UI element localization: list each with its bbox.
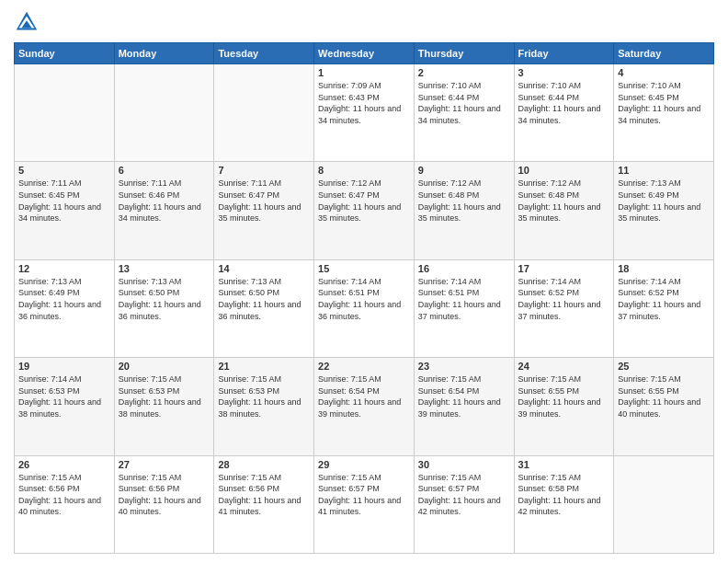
calendar-cell: 2 Sunrise: 7:10 AMSunset: 6:44 PMDayligh… bbox=[414, 64, 514, 162]
day-info: Sunrise: 7:13 AMSunset: 6:50 PMDaylight:… bbox=[119, 277, 201, 321]
calendar-header-row: SundayMondayTuesdayWednesdayThursdayFrid… bbox=[15, 43, 714, 64]
calendar-cell: 23 Sunrise: 7:15 AMSunset: 6:54 PMDaylig… bbox=[414, 358, 514, 455]
day-number: 5 bbox=[18, 165, 110, 176]
calendar-cell: 25 Sunrise: 7:15 AMSunset: 6:55 PMDaylig… bbox=[614, 358, 714, 455]
weekday-header: Sunday bbox=[15, 43, 115, 64]
day-number: 9 bbox=[418, 165, 510, 176]
calendar-week-row: 1 Sunrise: 7:09 AMSunset: 6:43 PMDayligh… bbox=[15, 64, 714, 162]
weekday-header: Tuesday bbox=[214, 43, 314, 64]
calendar-table: SundayMondayTuesdayWednesdayThursdayFrid… bbox=[14, 42, 714, 554]
calendar-cell: 4 Sunrise: 7:10 AMSunset: 6:45 PMDayligh… bbox=[614, 64, 714, 162]
weekday-header: Saturday bbox=[614, 43, 714, 64]
day-number: 14 bbox=[218, 263, 310, 274]
calendar-cell: 20 Sunrise: 7:15 AMSunset: 6:53 PMDaylig… bbox=[114, 358, 214, 455]
calendar-cell bbox=[15, 64, 115, 162]
calendar-cell: 24 Sunrise: 7:15 AMSunset: 6:55 PMDaylig… bbox=[514, 358, 614, 455]
day-info: Sunrise: 7:15 AMSunset: 6:57 PMDaylight:… bbox=[318, 473, 401, 517]
day-number: 18 bbox=[618, 263, 710, 274]
day-number: 6 bbox=[119, 165, 210, 176]
day-number: 11 bbox=[618, 165, 710, 176]
day-info: Sunrise: 7:14 AMSunset: 6:51 PMDaylight:… bbox=[318, 277, 401, 321]
day-number: 3 bbox=[518, 67, 610, 78]
weekday-header: Thursday bbox=[414, 43, 514, 64]
calendar-cell: 14 Sunrise: 7:13 AMSunset: 6:50 PMDaylig… bbox=[214, 259, 314, 357]
calendar-cell bbox=[114, 64, 214, 162]
day-number: 24 bbox=[518, 361, 610, 372]
day-info: Sunrise: 7:12 AMSunset: 6:48 PMDaylight:… bbox=[418, 178, 501, 223]
day-number: 28 bbox=[218, 459, 310, 470]
day-number: 12 bbox=[18, 263, 110, 274]
day-info: Sunrise: 7:13 AMSunset: 6:50 PMDaylight:… bbox=[218, 277, 301, 321]
calendar-cell: 13 Sunrise: 7:13 AMSunset: 6:50 PMDaylig… bbox=[114, 259, 214, 357]
day-number: 4 bbox=[618, 67, 710, 78]
weekday-header: Wednesday bbox=[314, 43, 415, 64]
day-info: Sunrise: 7:15 AMSunset: 6:56 PMDaylight:… bbox=[119, 473, 201, 517]
day-number: 20 bbox=[119, 361, 210, 372]
day-number: 25 bbox=[618, 361, 710, 372]
day-info: Sunrise: 7:12 AMSunset: 6:48 PMDaylight:… bbox=[518, 178, 601, 223]
weekday-header: Friday bbox=[514, 43, 614, 64]
calendar-cell: 17 Sunrise: 7:14 AMSunset: 6:52 PMDaylig… bbox=[514, 259, 614, 357]
day-info: Sunrise: 7:15 AMSunset: 6:54 PMDaylight:… bbox=[418, 374, 501, 419]
day-info: Sunrise: 7:11 AMSunset: 6:46 PMDaylight:… bbox=[119, 178, 201, 223]
calendar-week-row: 19 Sunrise: 7:14 AMSunset: 6:53 PMDaylig… bbox=[15, 358, 714, 455]
calendar-cell: 18 Sunrise: 7:14 AMSunset: 6:52 PMDaylig… bbox=[614, 259, 714, 357]
day-number: 8 bbox=[318, 165, 410, 176]
day-number: 19 bbox=[18, 361, 110, 372]
day-number: 26 bbox=[18, 459, 110, 470]
calendar-week-row: 5 Sunrise: 7:11 AMSunset: 6:45 PMDayligh… bbox=[15, 162, 714, 259]
calendar-cell: 31 Sunrise: 7:15 AMSunset: 6:58 PMDaylig… bbox=[514, 455, 614, 553]
day-info: Sunrise: 7:13 AMSunset: 6:49 PMDaylight:… bbox=[618, 178, 700, 223]
logo-icon bbox=[14, 9, 40, 35]
day-number: 1 bbox=[318, 67, 410, 78]
calendar-week-row: 12 Sunrise: 7:13 AMSunset: 6:49 PMDaylig… bbox=[15, 259, 714, 357]
day-number: 30 bbox=[418, 459, 510, 470]
day-number: 31 bbox=[518, 459, 610, 470]
day-info: Sunrise: 7:15 AMSunset: 6:58 PMDaylight:… bbox=[518, 473, 601, 517]
calendar-cell: 9 Sunrise: 7:12 AMSunset: 6:48 PMDayligh… bbox=[414, 162, 514, 259]
day-info: Sunrise: 7:09 AMSunset: 6:43 PMDaylight:… bbox=[318, 81, 401, 125]
calendar-cell: 1 Sunrise: 7:09 AMSunset: 6:43 PMDayligh… bbox=[314, 64, 415, 162]
calendar-cell: 21 Sunrise: 7:15 AMSunset: 6:53 PMDaylig… bbox=[214, 358, 314, 455]
day-info: Sunrise: 7:15 AMSunset: 6:54 PMDaylight:… bbox=[318, 374, 401, 419]
calendar-cell: 27 Sunrise: 7:15 AMSunset: 6:56 PMDaylig… bbox=[114, 455, 214, 553]
day-number: 23 bbox=[418, 361, 510, 372]
day-info: Sunrise: 7:10 AMSunset: 6:44 PMDaylight:… bbox=[418, 81, 501, 125]
day-number: 15 bbox=[318, 263, 410, 274]
calendar-cell: 29 Sunrise: 7:15 AMSunset: 6:57 PMDaylig… bbox=[314, 455, 415, 553]
calendar-cell: 15 Sunrise: 7:14 AMSunset: 6:51 PMDaylig… bbox=[314, 259, 415, 357]
calendar-cell: 16 Sunrise: 7:14 AMSunset: 6:51 PMDaylig… bbox=[414, 259, 514, 357]
day-number: 17 bbox=[518, 263, 610, 274]
day-number: 7 bbox=[218, 165, 310, 176]
calendar-cell bbox=[214, 64, 314, 162]
calendar-cell: 26 Sunrise: 7:15 AMSunset: 6:56 PMDaylig… bbox=[15, 455, 115, 553]
calendar-cell: 11 Sunrise: 7:13 AMSunset: 6:49 PMDaylig… bbox=[614, 162, 714, 259]
calendar-cell: 5 Sunrise: 7:11 AMSunset: 6:45 PMDayligh… bbox=[15, 162, 115, 259]
calendar-cell bbox=[614, 455, 714, 553]
day-info: Sunrise: 7:11 AMSunset: 6:45 PMDaylight:… bbox=[18, 178, 101, 223]
calendar-cell: 12 Sunrise: 7:13 AMSunset: 6:49 PMDaylig… bbox=[15, 259, 115, 357]
calendar-cell: 10 Sunrise: 7:12 AMSunset: 6:48 PMDaylig… bbox=[514, 162, 614, 259]
day-info: Sunrise: 7:15 AMSunset: 6:55 PMDaylight:… bbox=[618, 374, 700, 419]
day-number: 10 bbox=[518, 165, 610, 176]
calendar-cell: 22 Sunrise: 7:15 AMSunset: 6:54 PMDaylig… bbox=[314, 358, 415, 455]
day-info: Sunrise: 7:10 AMSunset: 6:44 PMDaylight:… bbox=[518, 81, 601, 125]
calendar-cell: 19 Sunrise: 7:14 AMSunset: 6:53 PMDaylig… bbox=[15, 358, 115, 455]
header bbox=[14, 9, 714, 35]
day-info: Sunrise: 7:11 AMSunset: 6:47 PMDaylight:… bbox=[218, 178, 301, 223]
calendar-cell: 30 Sunrise: 7:15 AMSunset: 6:57 PMDaylig… bbox=[414, 455, 514, 553]
day-number: 13 bbox=[119, 263, 210, 274]
day-info: Sunrise: 7:14 AMSunset: 6:52 PMDaylight:… bbox=[618, 277, 700, 321]
calendar-week-row: 26 Sunrise: 7:15 AMSunset: 6:56 PMDaylig… bbox=[15, 455, 714, 553]
day-info: Sunrise: 7:15 AMSunset: 6:53 PMDaylight:… bbox=[119, 374, 201, 419]
page: SundayMondayTuesdayWednesdayThursdayFrid… bbox=[0, 0, 728, 563]
day-info: Sunrise: 7:14 AMSunset: 6:52 PMDaylight:… bbox=[518, 277, 601, 321]
day-info: Sunrise: 7:15 AMSunset: 6:57 PMDaylight:… bbox=[418, 473, 501, 517]
day-info: Sunrise: 7:14 AMSunset: 6:53 PMDaylight:… bbox=[18, 374, 101, 419]
day-number: 21 bbox=[218, 361, 310, 372]
day-number: 22 bbox=[318, 361, 410, 372]
day-info: Sunrise: 7:12 AMSunset: 6:47 PMDaylight:… bbox=[318, 178, 401, 223]
day-info: Sunrise: 7:15 AMSunset: 6:53 PMDaylight:… bbox=[218, 374, 301, 419]
calendar-cell: 28 Sunrise: 7:15 AMSunset: 6:56 PMDaylig… bbox=[214, 455, 314, 553]
day-info: Sunrise: 7:14 AMSunset: 6:51 PMDaylight:… bbox=[418, 277, 501, 321]
